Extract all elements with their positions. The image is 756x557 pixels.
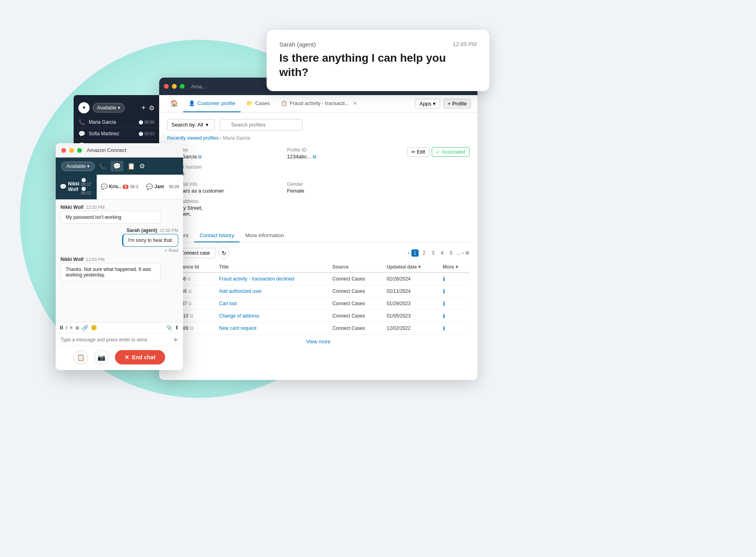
phone-toolbar-icon[interactable]: 📞	[99, 162, 107, 170]
col-updated-date[interactable]: Updated date ▾	[384, 262, 440, 273]
next-page-icon[interactable]: ›	[462, 250, 464, 256]
page-3[interactable]: 3	[429, 249, 437, 257]
settings-icon[interactable]: ⚙	[465, 250, 470, 256]
window-maximize-dot[interactable]	[180, 84, 185, 89]
crm-tabs: 🏠 👤 Customer profile 📁 Cases 📋 Fraud act…	[159, 95, 477, 113]
window-close-dot[interactable]	[164, 84, 169, 89]
table-row: C34567 ⧉ Cart lost Connect Cases 01/29/2…	[167, 298, 470, 310]
contact-time: 🕐 00:53	[138, 132, 154, 136]
edit-button[interactable]: ✏ Edit	[407, 147, 430, 157]
chat-panel-title: Amazon Connect	[87, 147, 127, 153]
sidebar-status-button[interactable]: Available ▾	[93, 103, 125, 113]
notes-toolbar-icon[interactable]: 📋	[127, 162, 135, 170]
sidebar-logo: ✦	[78, 102, 90, 113]
window-minimize-dot[interactable]	[172, 84, 177, 89]
case-title-link[interactable]: Cart lost	[216, 298, 329, 310]
chat-contact-tab-jam[interactable]: 💬 Jam 00:29	[142, 175, 183, 199]
page-4[interactable]: 4	[438, 249, 446, 257]
transcript-button[interactable]: 📋	[74, 350, 88, 364]
tab-cases[interactable]: 📁 Cases	[241, 95, 275, 112]
tab-home[interactable]: 🏠	[166, 95, 183, 112]
message-group: Nikki Wolf 12:50 PM My password isn't wo…	[60, 204, 178, 224]
upload-icon[interactable]: ⬆	[175, 325, 179, 331]
tab-customer-profile[interactable]: 👤 Customer profile	[183, 95, 241, 112]
apps-button[interactable]: Apps ▾	[415, 99, 440, 109]
contact-name: Kris..	[109, 184, 121, 189]
settings-toolbar-icon[interactable]: ⚙	[139, 162, 145, 170]
ref-copy-icon[interactable]: ⧉	[188, 288, 192, 294]
chat-messages: Nikki Wolf 12:50 PM My password isn't wo…	[56, 200, 183, 322]
checkmark-icon: ✓	[164, 248, 168, 253]
copy-icon[interactable]: ⧉	[313, 154, 316, 160]
chat-icon: 💬	[101, 183, 107, 190]
chat-titlebar: Amazon Connect	[56, 143, 183, 158]
chat-status-button[interactable]: Available ▾	[61, 162, 95, 171]
sidebar-add-button[interactable]: +	[141, 104, 146, 112]
chat-format-toolbar: B I ≡ ≣ 🔗 🙂 📎 ⬆	[56, 322, 183, 333]
copy-icon[interactable]: ⧉	[198, 154, 202, 160]
page-5[interactable]: 5	[447, 249, 455, 257]
tab-close-icon[interactable]: ✕	[353, 101, 357, 106]
case-title-link[interactable]: Fraud activity - transaction declined	[216, 273, 329, 285]
sidebar-gear-icon[interactable]: ⚙	[149, 104, 154, 112]
search-profiles-input[interactable]	[220, 119, 302, 130]
chat-maximize-dot[interactable]	[77, 148, 82, 153]
ref-copy-icon[interactable]: ⧉	[187, 276, 191, 282]
case-title-link[interactable]: Add authorized user	[216, 285, 329, 298]
table-row: 795296 ⧉ Fraud activity - transaction de…	[167, 273, 470, 285]
prev-page-icon[interactable]: ‹	[408, 250, 410, 256]
chat-message-input[interactable]	[60, 337, 171, 343]
subtab-contact-history[interactable]: Contact history	[194, 229, 240, 242]
edit-icon: ✏	[411, 149, 415, 155]
add-profile-button[interactable]: + Profile	[443, 99, 471, 109]
x-icon: ✕	[125, 354, 129, 360]
message-group: Sarah (agent) 12:50 PM I'm sorry to hear…	[60, 228, 178, 253]
send-icon[interactable]: ➤	[173, 336, 178, 343]
gender-value: Female	[287, 188, 397, 194]
speech-bubble: Sarah (agent) 12:49 PM Is there anything…	[267, 30, 489, 91]
sidebar-contact-item[interactable]: 💬 Sofia Martinez 🕐 00:53	[74, 128, 159, 140]
ordered-list-icon[interactable]: ≡	[70, 325, 73, 331]
info-icon[interactable]: ℹ	[443, 288, 445, 294]
search-by-select[interactable]: Search by: All ▾	[167, 119, 215, 130]
subtab-more-information[interactable]: More information	[240, 229, 290, 242]
chat-close-dot[interactable]	[61, 148, 66, 153]
col-title: Title	[216, 262, 329, 273]
table-row: XYYY10 ⧉ Change of address Connect Cases…	[167, 310, 470, 322]
view-more-link[interactable]: View more	[167, 335, 470, 349]
unordered-list-icon[interactable]: ≣	[75, 325, 80, 331]
end-chat-button[interactable]: ✕ End chat	[115, 350, 165, 364]
camera-button[interactable]: 📷	[94, 350, 109, 364]
link-icon[interactable]: 🔗	[82, 325, 88, 331]
info-icon[interactable]: ℹ	[443, 276, 445, 282]
chat-toolbar-icon[interactable]: 💬	[111, 161, 123, 171]
chat-panel: Amazon Connect Available ▾ 📞 💬 📋 ⚙ 💬 Nik…	[56, 143, 183, 370]
message-sender: Nikki Wolf	[60, 257, 84, 262]
case-title-link[interactable]: New card request	[216, 322, 329, 335]
page-2[interactable]: 2	[420, 249, 428, 257]
info-icon[interactable]: ℹ	[443, 325, 445, 331]
chat-contact-tab-kris[interactable]: 💬 Kris.. 9 00:3	[97, 175, 142, 199]
italic-icon[interactable]: I	[66, 325, 67, 331]
page-1[interactable]: 1	[411, 249, 419, 257]
info-icon[interactable]: ℹ	[443, 313, 445, 319]
breadcrumb-recently-viewed[interactable]: Recently viewed profiles	[167, 135, 218, 141]
info-icon[interactable]: ℹ	[443, 300, 445, 307]
ref-copy-icon[interactable]: ⧉	[190, 313, 193, 319]
associated-button[interactable]: ✓ Associated	[432, 147, 470, 157]
ref-copy-icon[interactable]: ⧉	[190, 325, 193, 331]
attachment-icon[interactable]: 📎	[166, 325, 172, 331]
cases-pagination: ‹ 1 2 3 4 5 ... › ⚙	[408, 249, 470, 257]
tab-fraud-activity[interactable]: 📋 Fraud activity - transacti... ✕	[275, 95, 362, 112]
account-number-value: 233455	[167, 171, 277, 177]
emoji-icon[interactable]: 🙂	[91, 325, 97, 331]
chat-contact-tab-nikki[interactable]: 💬 Nikki Wolf 🕐 00:17 🕐 00:17	[56, 175, 97, 199]
chat-minimize-dot[interactable]	[69, 148, 74, 153]
case-title-link[interactable]: Change of address	[216, 310, 329, 322]
refresh-button[interactable]: ↻	[218, 247, 230, 259]
sidebar-contact-item[interactable]: 📞 Maria Garcia 🕐 00:39	[74, 117, 159, 128]
speech-bubble-agent: Sarah (agent)	[279, 41, 316, 48]
bold-icon[interactable]: B	[60, 325, 63, 331]
ref-copy-icon[interactable]: ⧉	[188, 301, 192, 306]
profile-id-value: 1234abc... ⧉	[287, 154, 397, 160]
